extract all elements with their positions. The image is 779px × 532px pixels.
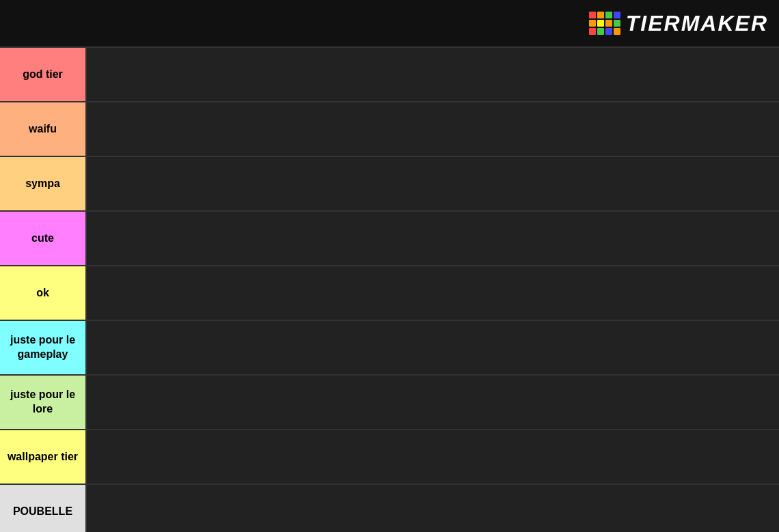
logo-cell-10: [605, 28, 612, 35]
tier-content-juste-lore[interactable]: [85, 376, 779, 429]
tier-label-wallpaper: wallpaper tier: [0, 430, 85, 484]
logo-cell-3: [614, 12, 620, 18]
logo-cell-8: [589, 28, 596, 35]
tier-label-waifu: waifu: [0, 102, 85, 156]
tier-row-waifu: waifu: [0, 102, 779, 157]
tier-row-cute: cute: [0, 212, 779, 266]
logo-text: TiERMAKER: [626, 11, 768, 36]
tier-label-sympa: sympa: [0, 157, 85, 210]
tier-row-juste-lore: juste pour le lore: [0, 376, 779, 430]
tier-label-god: god tier: [0, 48, 85, 101]
logo-cell-0: [589, 12, 596, 18]
logo-grid-icon: [589, 12, 620, 35]
logo-cell-2: [605, 12, 612, 18]
tier-row-god: god tier: [0, 48, 779, 102]
logo-cell-5: [597, 20, 604, 27]
tier-content-sympa[interactable]: [85, 157, 779, 210]
logo-cell-4: [589, 20, 596, 27]
logo-cell-9: [597, 28, 604, 35]
tier-content-waifu[interactable]: [85, 102, 779, 156]
logo-cell-11: [614, 28, 620, 35]
tier-row-ok: ok: [0, 266, 779, 321]
tier-row-juste-gameplay: juste pour le gameplay: [0, 321, 779, 376]
logo-cell-7: [614, 20, 620, 27]
tier-content-god[interactable]: [85, 48, 779, 101]
tier-content-cute[interactable]: [85, 212, 779, 265]
tier-content-wallpaper[interactable]: [85, 430, 779, 484]
tier-row-wallpaper: wallpaper tier: [0, 430, 779, 485]
logo-container: TiERMAKER: [589, 11, 768, 36]
tier-content-poubelle[interactable]: [85, 485, 779, 532]
tier-label-ok: ok: [0, 266, 85, 320]
logo-cell-1: [597, 12, 604, 18]
tier-content-ok[interactable]: [85, 266, 779, 320]
tier-row-sympa: sympa: [0, 157, 779, 212]
tier-table: god tierwaifusympacuteokjuste pour le ga…: [0, 48, 779, 532]
tier-label-cute: cute: [0, 212, 85, 265]
tier-row-poubelle: POUBELLE: [0, 485, 779, 532]
tier-label-juste-lore: juste pour le lore: [0, 376, 85, 429]
logo-cell-6: [605, 20, 612, 27]
tier-content-juste-gameplay[interactable]: [85, 321, 779, 374]
header: TiERMAKER: [0, 0, 779, 48]
tier-label-poubelle: POUBELLE: [0, 485, 85, 532]
tier-label-juste-gameplay: juste pour le gameplay: [0, 321, 85, 374]
